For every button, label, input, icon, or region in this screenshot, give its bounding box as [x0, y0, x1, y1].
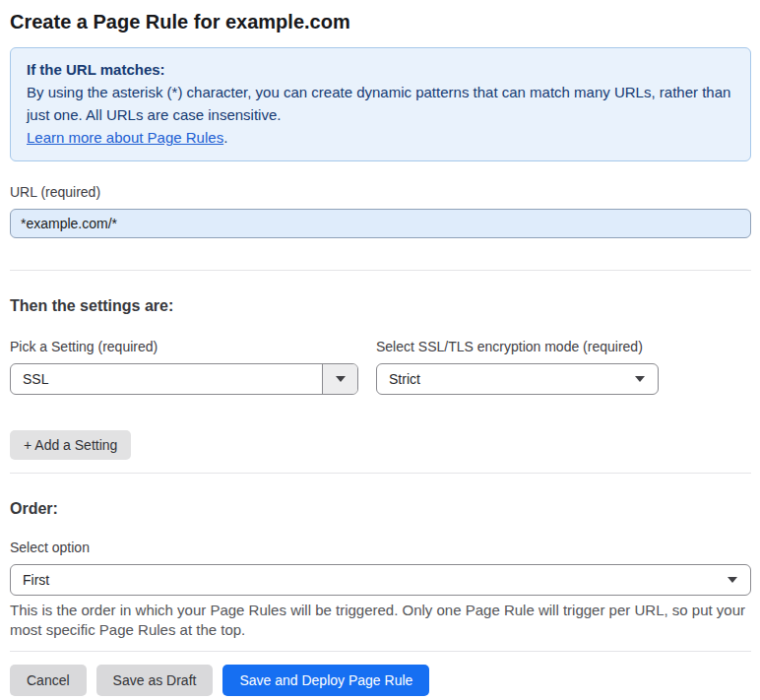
- footer-buttons: Cancel Save as Draft Save and Deploy Pag…: [10, 665, 751, 696]
- order-helper-text: This is the order in which your Page Rul…: [10, 601, 751, 640]
- settings-row: Pick a Setting (required) SSL Select SSL…: [10, 338, 751, 395]
- divider: [10, 651, 751, 652]
- info-box-heading: If the URL matches:: [27, 58, 734, 81]
- url-match-info-box: If the URL matches: By using the asteris…: [10, 47, 751, 161]
- chevron-down-icon: [728, 577, 737, 583]
- link-suffix: .: [223, 129, 227, 146]
- cancel-button[interactable]: Cancel: [10, 665, 87, 696]
- add-setting-button[interactable]: + Add a Setting: [10, 430, 131, 460]
- settings-section-heading: Then the settings are:: [10, 296, 751, 316]
- order-select-label: Select option: [10, 539, 751, 556]
- chevron-down-icon: [336, 376, 346, 382]
- dropdown-arrow-button[interactable]: [322, 364, 357, 394]
- learn-more-link[interactable]: Learn more about Page Rules: [27, 129, 223, 146]
- info-box-body: By using the asterisk (*) character, you…: [27, 81, 734, 126]
- save-and-deploy-button[interactable]: Save and Deploy Page Rule: [222, 665, 429, 696]
- divider: [10, 473, 751, 474]
- pick-setting-label: Pick a Setting (required): [10, 338, 358, 355]
- url-input[interactable]: [10, 209, 751, 238]
- page-title: Create a Page Rule for example.com: [10, 8, 751, 35]
- save-as-draft-button[interactable]: Save as Draft: [96, 665, 214, 696]
- url-field-label: URL (required): [10, 183, 751, 201]
- divider: [10, 270, 751, 271]
- pick-setting-value: SSL: [11, 371, 322, 387]
- encryption-mode-value: Strict: [377, 371, 635, 387]
- encryption-mode-select[interactable]: Strict: [376, 363, 659, 395]
- order-select[interactable]: First: [10, 564, 751, 596]
- pick-setting-select[interactable]: SSL: [10, 363, 358, 395]
- order-section-heading: Order:: [10, 499, 751, 519]
- chevron-down-icon: [635, 376, 645, 382]
- order-select-value: First: [11, 572, 728, 588]
- encryption-mode-label: Select SSL/TLS encryption mode (required…: [376, 338, 659, 355]
